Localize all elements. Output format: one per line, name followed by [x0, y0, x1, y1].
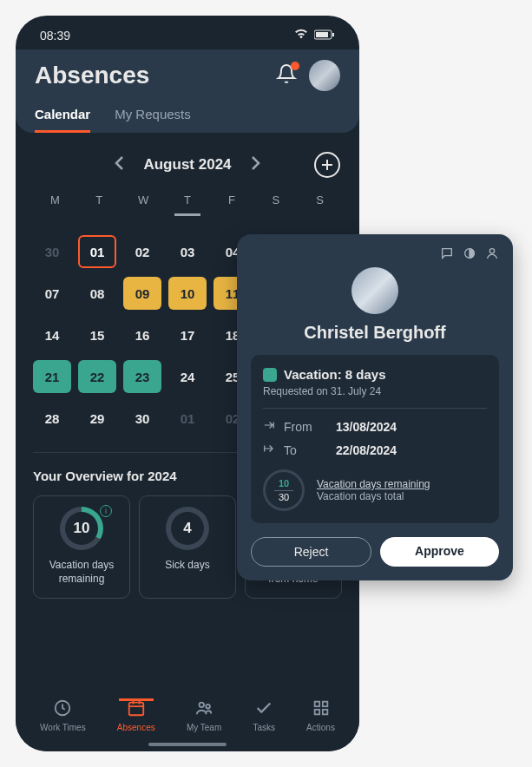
- tab-calendar[interactable]: Calendar: [35, 107, 90, 133]
- prev-month-button[interactable]: [114, 155, 124, 174]
- dow-wed: W: [122, 188, 166, 220]
- user-icon[interactable]: [485, 246, 499, 264]
- approve-button[interactable]: Approve: [380, 537, 499, 567]
- dow-fri: F: [209, 188, 253, 220]
- calendar-day[interactable]: 10: [168, 277, 207, 310]
- calendar-day[interactable]: 30: [123, 402, 161, 435]
- next-month-button[interactable]: [251, 155, 261, 174]
- svg-point-12: [489, 249, 494, 253]
- to-label: To: [284, 443, 327, 457]
- request-popup: Christel Berghoff Vacation: 8 days Reque…: [237, 234, 513, 580]
- calendar-day[interactable]: 17: [168, 318, 207, 351]
- calendar-day[interactable]: 08: [78, 277, 116, 310]
- calendar-day[interactable]: 01: [78, 235, 116, 268]
- days-ring: 10 30: [263, 469, 305, 511]
- nav-actions[interactable]: Actions: [306, 698, 335, 732]
- card-label: Vacation days remaining: [41, 559, 122, 586]
- calendar-day[interactable]: 28: [33, 402, 71, 435]
- notifications-button[interactable]: [276, 63, 297, 88]
- calendar-day[interactable]: 15: [78, 318, 116, 351]
- dow-tue: T: [77, 188, 122, 220]
- arrow-to-icon: [263, 442, 275, 457]
- nav-work-times[interactable]: Work Times: [40, 698, 86, 732]
- tab-my-requests[interactable]: My Requests: [115, 107, 191, 133]
- overview-card-vacation[interactable]: i 10 Vacation days remaining: [33, 495, 130, 599]
- to-date: 22/08/2024: [336, 443, 397, 457]
- svg-rect-10: [322, 710, 327, 715]
- weekday-header: M T W T F S S: [16, 188, 359, 220]
- reject-button[interactable]: Reject: [251, 537, 371, 567]
- battery-icon: [314, 29, 335, 43]
- bottom-nav: Work Times Absences My Team Tasks Action…: [16, 683, 359, 751]
- info-icon[interactable]: i: [100, 505, 112, 517]
- card-label: Sick days: [147, 559, 228, 573]
- home-indicator[interactable]: [148, 743, 227, 746]
- card-value: 10: [65, 512, 98, 545]
- status-bar: 08:39: [16, 16, 359, 49]
- svg-rect-9: [314, 710, 319, 715]
- vacation-tag-icon: [263, 368, 277, 382]
- requested-on: Requested on 31. July 24: [263, 385, 487, 397]
- dow-sat: S: [253, 188, 298, 220]
- nav-label: Work Times: [40, 723, 86, 732]
- calendar-day[interactable]: 23: [123, 360, 161, 393]
- svg-rect-8: [322, 702, 327, 707]
- calendar-day[interactable]: 29: [78, 402, 116, 435]
- nav-my-team[interactable]: My Team: [187, 698, 221, 732]
- add-absence-button[interactable]: [314, 152, 340, 178]
- calendar-day[interactable]: 24: [168, 360, 207, 393]
- svg-rect-4: [129, 703, 144, 716]
- svg-rect-7: [314, 702, 319, 707]
- contrast-icon[interactable]: [463, 246, 476, 264]
- calendar-day[interactable]: 21: [33, 360, 71, 393]
- calendar-day[interactable]: 14: [33, 318, 71, 351]
- profile-avatar[interactable]: [309, 60, 340, 91]
- days-total-label: Vacation days total: [317, 490, 430, 502]
- from-date: 13/08/2024: [336, 420, 397, 434]
- header: Absences Calendar My Requests: [16, 49, 359, 133]
- calendar-day[interactable]: 03: [168, 235, 207, 268]
- chat-icon[interactable]: [440, 246, 454, 264]
- divider: [263, 408, 487, 409]
- page-title: Absences: [35, 62, 149, 89]
- card-value: 4: [171, 512, 204, 545]
- nav-label: Actions: [306, 723, 335, 732]
- svg-point-5: [200, 703, 205, 708]
- popup-name: Christel Berghoff: [251, 323, 499, 343]
- dow-mon: M: [33, 188, 77, 220]
- nav-label: Tasks: [253, 723, 275, 732]
- days-total-value: 30: [279, 492, 289, 502]
- calendar-day[interactable]: 07: [33, 277, 71, 310]
- nav-tasks[interactable]: Tasks: [253, 698, 275, 732]
- svg-rect-2: [332, 33, 334, 36]
- dow-thu: T: [174, 188, 201, 216]
- active-indicator: [119, 698, 154, 701]
- request-details: Vacation: 8 days Requested on 31. July 2…: [251, 355, 499, 523]
- dow-sun: S: [298, 188, 342, 220]
- notification-dot-icon: [291, 62, 299, 70]
- svg-point-6: [206, 705, 210, 709]
- arrow-right-icon: [263, 419, 275, 434]
- status-time: 08:39: [40, 29, 70, 43]
- calendar-day[interactable]: 16: [123, 318, 161, 351]
- popup-avatar: [351, 267, 398, 314]
- days-remaining-link[interactable]: Vacation days remaining: [317, 478, 430, 490]
- calendar-day[interactable]: 30: [33, 235, 71, 268]
- calendar-day[interactable]: 02: [123, 235, 161, 268]
- nav-label: My Team: [187, 723, 221, 732]
- nav-label: Absences: [117, 723, 155, 732]
- from-label: From: [284, 420, 327, 434]
- calendar-day[interactable]: 22: [78, 360, 116, 393]
- request-type: Vacation: 8 days: [284, 367, 386, 382]
- svg-rect-1: [316, 32, 328, 37]
- nav-absences[interactable]: Absences: [117, 698, 155, 732]
- month-label: August 2024: [143, 156, 231, 174]
- days-remaining-value: 10: [279, 478, 289, 488]
- wifi-icon: [293, 28, 309, 43]
- calendar-day[interactable]: 01: [168, 402, 207, 435]
- calendar-day[interactable]: 09: [123, 277, 161, 310]
- overview-card-sick[interactable]: 4 Sick days: [139, 495, 236, 599]
- month-nav: August 2024: [16, 133, 359, 188]
